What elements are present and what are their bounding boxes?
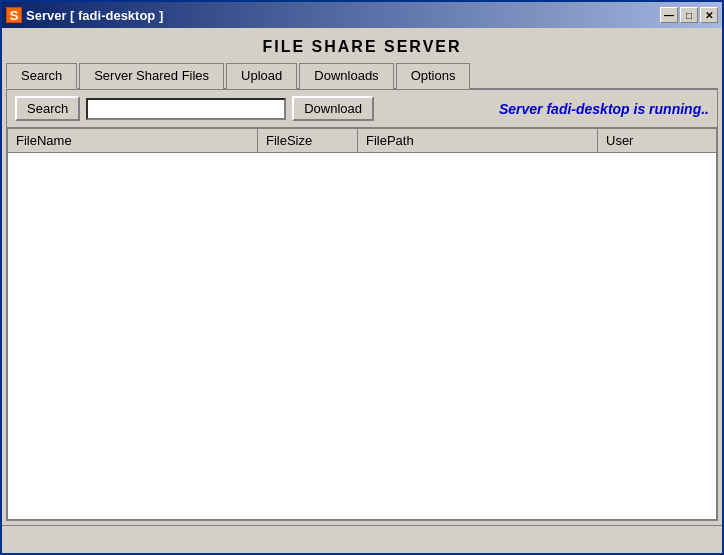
- close-button[interactable]: ✕: [700, 7, 718, 23]
- tab-server-shared-files[interactable]: Server Shared Files: [79, 63, 224, 89]
- tab-content: Search Download Server fadi-desktop is r…: [6, 90, 718, 521]
- window-content: FILE SHARE SERVER Search Server Shared F…: [2, 28, 722, 525]
- tab-upload[interactable]: Upload: [226, 63, 297, 89]
- col-header-filename: FileName: [8, 129, 258, 152]
- search-input[interactable]: [86, 98, 286, 120]
- search-bar: Search Download Server fadi-desktop is r…: [7, 90, 717, 128]
- page-title: FILE SHARE SERVER: [6, 32, 718, 62]
- tab-options[interactable]: Options: [396, 63, 471, 89]
- file-table: FileName FileSize FilePath User: [7, 128, 717, 520]
- window-title: Server [ fadi-desktop ]: [26, 8, 163, 23]
- tab-search[interactable]: Search: [6, 63, 77, 89]
- table-header: FileName FileSize FilePath User: [8, 129, 716, 153]
- col-header-filepath: FilePath: [358, 129, 598, 152]
- title-bar: S Server [ fadi-desktop ] — □ ✕: [2, 2, 722, 28]
- maximize-button[interactable]: □: [680, 7, 698, 23]
- search-button[interactable]: Search: [15, 96, 80, 121]
- status-bar: [2, 525, 722, 553]
- table-body: [8, 153, 716, 515]
- main-window: S Server [ fadi-desktop ] — □ ✕ FILE SHA…: [0, 0, 724, 555]
- col-header-user: User: [598, 129, 698, 152]
- window-icon: S: [6, 7, 22, 23]
- tab-downloads[interactable]: Downloads: [299, 63, 393, 89]
- download-button[interactable]: Download: [292, 96, 374, 121]
- title-bar-controls: — □ ✕: [660, 7, 718, 23]
- status-text: Server fadi-desktop is running..: [499, 101, 709, 117]
- col-header-filesize: FileSize: [258, 129, 358, 152]
- tab-bar: Search Server Shared Files Upload Downlo…: [6, 62, 718, 90]
- minimize-button[interactable]: —: [660, 7, 678, 23]
- title-bar-left: S Server [ fadi-desktop ]: [6, 7, 163, 23]
